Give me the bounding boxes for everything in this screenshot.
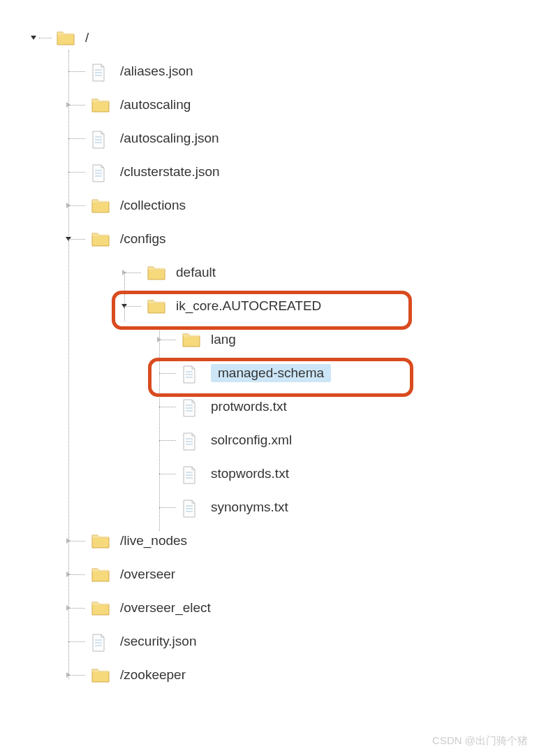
node-label: /overseer_elect [120, 600, 211, 616]
folder-icon [91, 667, 110, 683]
node-label: /configs [120, 231, 165, 247]
tree-node[interactable]: /live_nodes [63, 524, 532, 558]
tree-node[interactable]: synonyms.txt [154, 490, 532, 524]
tree-node[interactable]: /security.json [63, 625, 532, 658]
node-label: default [176, 265, 216, 280]
node-label: /collections [120, 198, 186, 213]
node-label: synonyms.txt [211, 500, 288, 515]
file-icon [91, 633, 110, 650]
file-icon [182, 465, 201, 482]
tree-node-managed-schema[interactable]: managed-schema [154, 356, 532, 390]
folder-icon [91, 566, 110, 583]
folder-icon [182, 331, 201, 348]
node-label: /autoscaling [120, 97, 191, 112]
file-icon [182, 365, 201, 381]
tree-node-ikcore[interactable]: ik_core.AUTOCREATED [119, 289, 532, 323]
node-label: / [85, 30, 89, 45]
node-label: lang [211, 332, 236, 347]
folder-icon [91, 96, 110, 113]
file-icon [182, 398, 201, 415]
tree-node[interactable]: solrconfig.xml [154, 423, 532, 457]
folder-icon [91, 231, 110, 247]
tree-node-root[interactable]: / [28, 21, 532, 54]
folder-icon [91, 599, 110, 616]
node-label: /zookeeper [120, 667, 186, 683]
file-icon [91, 163, 110, 180]
tree-node[interactable]: protwords.txt [154, 390, 532, 423]
tree-node[interactable]: /aliases.json [63, 54, 532, 88]
node-label: protwords.txt [211, 399, 287, 414]
folder-icon [91, 197, 110, 214]
expand-toggle[interactable] [28, 32, 39, 43]
tree-node[interactable]: /clusterstate.json [63, 155, 532, 189]
node-label: ik_core.AUTOCREATED [176, 298, 321, 314]
zookeeper-tree: / /aliases.json /autoscaling /autoscalin… [28, 21, 532, 692]
tree-node[interactable]: default [119, 256, 532, 289]
file-icon [91, 130, 110, 147]
node-label: managed-schema [211, 364, 331, 382]
node-label: stopwords.txt [211, 466, 289, 481]
node-label: /autoscaling.json [120, 131, 219, 146]
file-icon [91, 63, 110, 80]
watermark: CSDN @出门骑个猪 [432, 734, 528, 748]
node-label: /overseer [120, 567, 175, 582]
node-label: solrconfig.xml [211, 432, 292, 448]
tree-node[interactable]: stopwords.txt [154, 457, 532, 490]
node-label: /live_nodes [120, 533, 187, 548]
folder-icon [56, 29, 75, 46]
tree-node-configs[interactable]: /configs [63, 222, 532, 256]
folder-icon [147, 264, 166, 281]
node-label: /aliases.json [120, 64, 193, 79]
tree-node[interactable]: /overseer_elect [63, 591, 532, 625]
node-label: /clusterstate.json [120, 164, 220, 180]
file-icon [182, 432, 201, 449]
node-label: /security.json [120, 634, 196, 649]
tree-node[interactable]: /collections [63, 189, 532, 222]
file-icon [182, 499, 201, 516]
tree-node[interactable]: lang [154, 323, 532, 356]
tree-node[interactable]: /overseer [63, 558, 532, 591]
tree-node[interactable]: /autoscaling [63, 88, 532, 122]
folder-icon [147, 298, 166, 314]
tree-node[interactable]: /zookeeper [63, 658, 532, 692]
tree-node[interactable]: /autoscaling.json [63, 122, 532, 155]
folder-icon [91, 532, 110, 549]
